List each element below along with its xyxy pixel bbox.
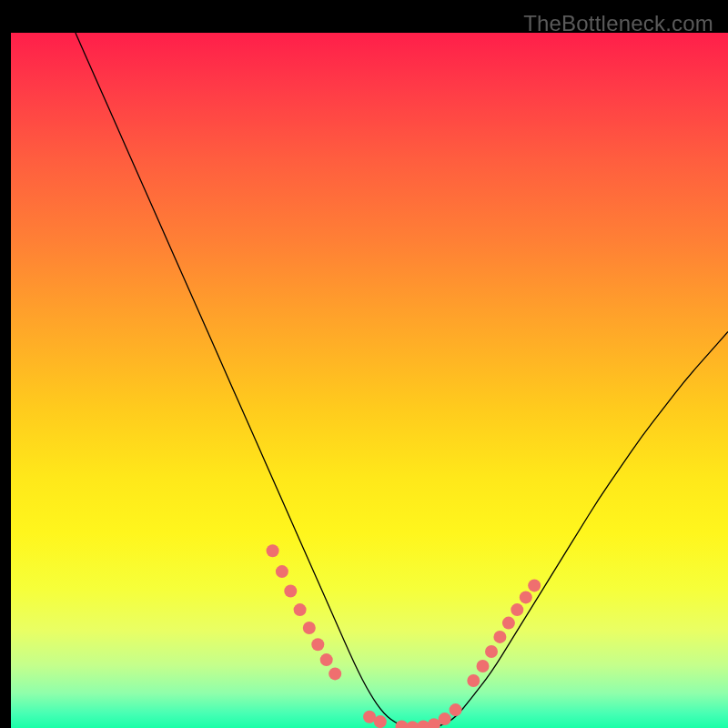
highlight-dot (450, 703, 462, 716)
highlight-dot (374, 715, 387, 728)
highlight-dot (493, 631, 506, 643)
highlight-dot (267, 544, 279, 557)
highlight-dot (528, 579, 541, 592)
chart-frame: TheBottleneck.com (5, 5, 723, 723)
highlight-dot (467, 674, 480, 687)
highlight-dot (284, 585, 297, 598)
highlight-dot (520, 591, 532, 603)
highlight-dot (303, 622, 316, 634)
highlight-dot (502, 617, 515, 630)
highlight-dot (485, 645, 498, 658)
highlight-dot (276, 565, 288, 578)
highlight-dot (311, 638, 324, 651)
highlight-dot (320, 653, 333, 666)
highlight-dot (439, 713, 451, 725)
highlight-dot (477, 660, 490, 672)
plot-area (11, 33, 728, 728)
watermark-text: TheBottleneck.com (523, 11, 713, 36)
highlight-dot (329, 667, 341, 680)
highlight-dots-group (267, 544, 541, 728)
highlight-dot (511, 603, 523, 616)
bottleneck-curve-path (76, 33, 728, 728)
bottleneck-curve-svg (11, 33, 728, 728)
highlight-dot (294, 603, 307, 616)
